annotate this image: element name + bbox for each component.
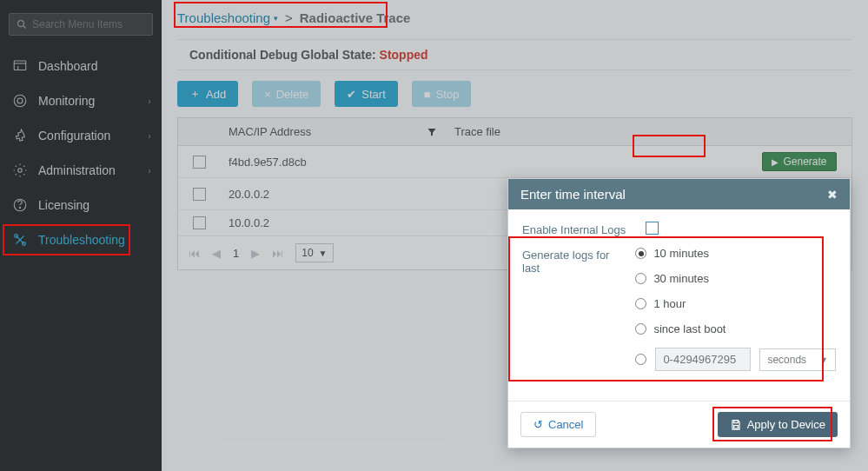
caret-down-icon: ▼ bbox=[820, 355, 828, 364]
unit-label: seconds bbox=[767, 354, 806, 366]
radio-icon bbox=[635, 248, 646, 259]
enable-logs-label: Enable Internal Logs bbox=[522, 222, 633, 236]
modal-header: Enter time interval ✖ bbox=[508, 179, 850, 209]
modal-footer: ↺ Cancel Apply to Device bbox=[508, 401, 850, 448]
radio-label: 30 minutes bbox=[653, 272, 709, 285]
generate-logs-label: Generate logs for last bbox=[522, 247, 623, 275]
unit-select[interactable]: seconds ▼ bbox=[759, 348, 836, 371]
radio-label: since last boot bbox=[653, 322, 726, 335]
modal-title: Enter time interval bbox=[520, 187, 626, 202]
cancel-button[interactable]: ↺ Cancel bbox=[520, 412, 596, 437]
time-options: 10 minutes 30 minutes 1 hour since last … bbox=[635, 247, 836, 371]
radio-10-minutes[interactable]: 10 minutes bbox=[635, 247, 836, 260]
time-interval-modal: Enter time interval ✖ Enable Internal Lo… bbox=[507, 178, 851, 448]
apply-button[interactable]: Apply to Device bbox=[718, 412, 838, 437]
radio-label: 1 hour bbox=[653, 297, 686, 310]
apply-label: Apply to Device bbox=[747, 418, 825, 431]
radio-icon bbox=[635, 298, 646, 309]
save-icon bbox=[730, 419, 742, 431]
radio-icon bbox=[635, 354, 646, 365]
cancel-label: Cancel bbox=[548, 418, 583, 431]
svg-rect-13 bbox=[733, 425, 738, 428]
svg-rect-12 bbox=[733, 420, 738, 422]
radio-custom[interactable]: seconds ▼ bbox=[635, 348, 836, 371]
radio-icon bbox=[635, 273, 646, 284]
radio-1-hour[interactable]: 1 hour bbox=[635, 297, 836, 310]
enable-logs-checkbox[interactable] bbox=[646, 222, 659, 235]
custom-seconds-input[interactable] bbox=[655, 348, 751, 371]
undo-icon: ↺ bbox=[533, 418, 543, 431]
close-icon[interactable]: ✖ bbox=[827, 188, 838, 202]
radio-icon bbox=[635, 323, 646, 335]
radio-label: 10 minutes bbox=[653, 247, 709, 260]
radio-since-last-boot[interactable]: since last boot bbox=[635, 322, 836, 335]
radio-30-minutes[interactable]: 30 minutes bbox=[635, 272, 836, 285]
